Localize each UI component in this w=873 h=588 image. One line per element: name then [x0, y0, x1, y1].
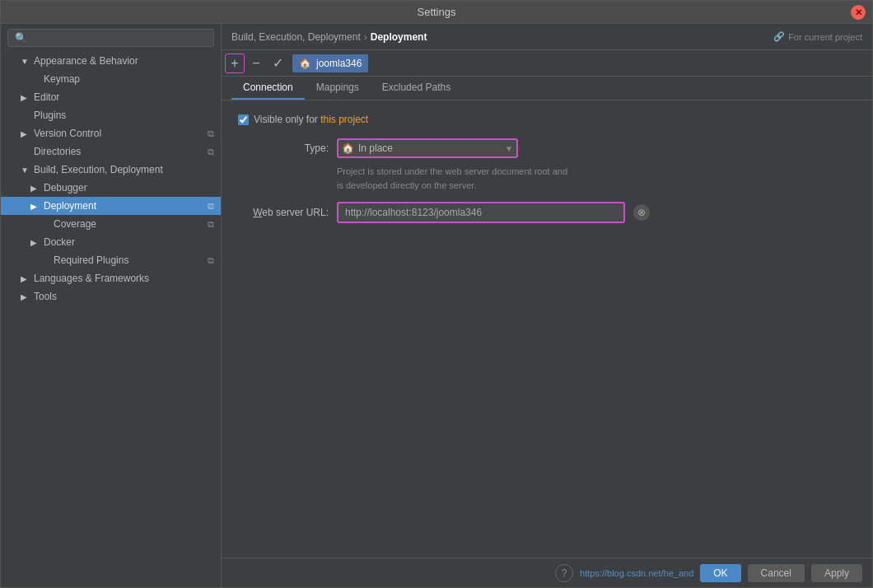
expand-arrow-icon: ▶ — [21, 292, 30, 301]
expand-arrow-icon: ▶ — [21, 274, 30, 283]
sidebar-item-appearance-behavior[interactable]: ▼ Appearance & Behavior — [1, 52, 221, 70]
sidebar-item-version-control[interactable]: ▶ Version Control ⧉ — [1, 124, 221, 142]
visible-only-label: Visible only for this project — [254, 114, 368, 125]
sidebar-item-editor[interactable]: ▶ Editor — [1, 88, 221, 106]
copy-icon: ⧉ — [208, 219, 214, 230]
window-title: Settings — [418, 6, 456, 18]
type-row: Type: 🏠 In place ▼ — [238, 138, 856, 158]
server-icon: 🏠 — [299, 58, 311, 69]
title-bar: Settings ✕ — [1, 1, 872, 24]
expand-arrow-icon: ▶ — [30, 202, 40, 211]
for-project-icon: 🔗 — [773, 31, 785, 42]
footer: ? https://blog.csdn.net/he_and OK Cancel… — [222, 558, 872, 587]
sidebar-item-label: Deployment — [44, 200, 96, 212]
sidebar: ▼ Appearance & Behavior Keymap ▶ Editor … — [1, 24, 222, 587]
for-project-label: For current project — [788, 32, 862, 42]
copy-icon: ⧉ — [208, 128, 214, 139]
expand-arrow-icon: ▶ — [21, 93, 30, 102]
search-input[interactable] — [7, 29, 214, 47]
sidebar-item-required-plugins[interactable]: Required Plugins ⧉ — [1, 251, 221, 269]
tabs-bar: Connection Mappings Excluded Paths — [222, 77, 872, 100]
expand-arrow-icon: ▶ — [30, 238, 40, 247]
sidebar-item-languages-frameworks[interactable]: ▶ Languages & Frameworks — [1, 269, 221, 287]
toolbar: + − ✓ 🏠 joomla346 — [222, 50, 872, 77]
server-name: joomla346 — [316, 58, 362, 69]
sidebar-item-label: Keymap — [44, 73, 80, 85]
sidebar-item-label: Build, Execution, Deployment — [34, 164, 163, 175]
sidebar-item-label: Docker — [44, 236, 75, 248]
breadcrumb: Build, Execution, Deployment › Deploymen… — [222, 24, 872, 50]
sidebar-item-label: Appearance & Behavior — [34, 55, 138, 67]
sidebar-item-keymap[interactable]: Keymap — [1, 70, 221, 88]
add-server-button[interactable]: + — [225, 54, 245, 73]
visible-only-checkbox[interactable] — [238, 114, 249, 125]
copy-icon: ⧉ — [208, 255, 214, 266]
sidebar-item-directories[interactable]: Directories ⧉ — [1, 142, 221, 161]
sidebar-item-label: Debugger — [44, 182, 87, 194]
sidebar-item-label: Version Control — [34, 128, 101, 139]
main-panel: Build, Execution, Deployment › Deploymen… — [222, 24, 872, 587]
web-server-label: Web server URL: — [238, 207, 329, 218]
sidebar-item-label: Directories — [34, 146, 81, 157]
sidebar-item-debugger[interactable]: ▶ Debugger — [1, 179, 221, 197]
sidebar-item-label: Required Plugins — [54, 254, 128, 266]
copy-icon: ⧉ — [208, 147, 214, 157]
sidebar-item-build-execution-deployment[interactable]: ▼ Build, Execution, Deployment — [1, 161, 221, 179]
breadcrumb-path2: Deployment — [371, 31, 427, 43]
sidebar-item-plugins[interactable]: Plugins — [1, 106, 221, 124]
main-content: ▼ Appearance & Behavior Keymap ▶ Editor … — [1, 24, 872, 587]
sidebar-item-label: Editor — [34, 91, 59, 103]
sidebar-item-label: Tools — [34, 291, 57, 302]
sidebar-item-deployment[interactable]: ▶ Deployment ⧉ — [1, 197, 221, 215]
settings-area: Visible only for this project Type: 🏠 In… — [222, 100, 872, 558]
sidebar-item-label: Plugins — [34, 110, 66, 121]
tab-excluded-paths[interactable]: Excluded Paths — [371, 77, 462, 100]
remove-server-button[interactable]: − — [246, 54, 266, 73]
visible-only-row: Visible only for this project — [238, 114, 856, 125]
web-server-url-input[interactable] — [337, 202, 625, 223]
server-item[interactable]: 🏠 joomla346 — [292, 54, 368, 72]
type-description: Project is stored under the web server d… — [337, 165, 856, 192]
sidebar-item-docker[interactable]: ▶ Docker — [1, 233, 221, 251]
breadcrumb-separator: › — [364, 31, 367, 43]
apply-check-button[interactable]: ✓ — [268, 54, 287, 73]
tab-connection[interactable]: Connection — [231, 77, 305, 100]
for-project: 🔗 For current project — [773, 31, 862, 42]
url-clear-button[interactable]: ⊗ — [633, 204, 650, 221]
cancel-button[interactable]: Cancel — [748, 564, 805, 582]
help-button[interactable]: ? — [555, 564, 573, 582]
type-select[interactable]: In place — [337, 138, 518, 158]
expand-arrow-icon: ▼ — [21, 166, 30, 175]
expand-arrow-icon: ▶ — [21, 129, 30, 138]
copy-icon: ⧉ — [208, 201, 214, 212]
footer-url: https://blog.csdn.net/he_and — [580, 568, 693, 578]
tab-mappings[interactable]: Mappings — [305, 77, 371, 100]
web-server-url-row: Web server URL: ⊗ — [238, 202, 856, 223]
sidebar-item-coverage[interactable]: Coverage ⧉ — [1, 215, 221, 233]
apply-button[interactable]: Apply — [811, 564, 862, 582]
expand-arrow-icon: ▼ — [21, 57, 30, 66]
expand-arrow-icon: ▶ — [30, 184, 40, 193]
close-button[interactable]: ✕ — [851, 5, 866, 20]
visible-only-highlight: this project — [320, 114, 368, 125]
type-label: Type: — [238, 142, 329, 154]
sidebar-item-label: Coverage — [54, 218, 96, 230]
sidebar-item-tools[interactable]: ▶ Tools — [1, 287, 221, 306]
breadcrumb-path1: Build, Execution, Deployment — [231, 31, 361, 43]
settings-window: Settings ✕ ▼ Appearance & Behavior Keyma… — [0, 0, 873, 588]
type-select-wrapper: 🏠 In place ▼ — [337, 138, 518, 158]
ok-button[interactable]: OK — [700, 564, 740, 582]
sidebar-item-label: Languages & Frameworks — [34, 273, 149, 284]
